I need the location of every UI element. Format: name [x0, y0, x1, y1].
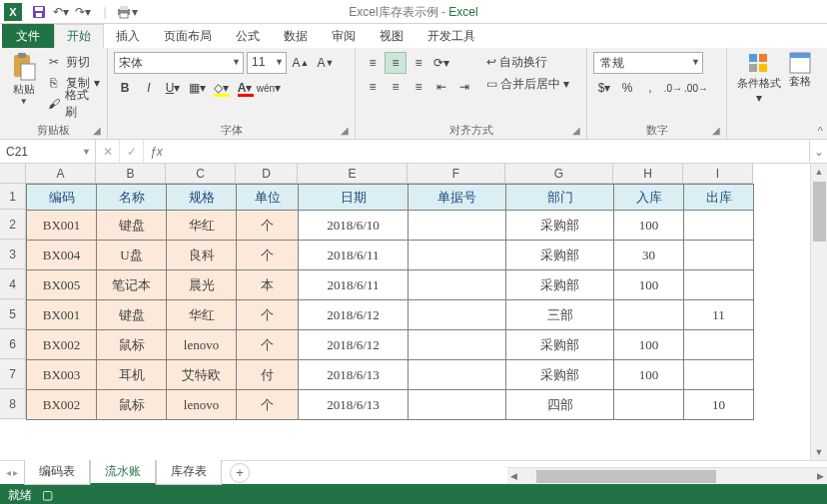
paste-button[interactable]: 粘贴 ▼ — [6, 52, 42, 106]
header-cell[interactable]: 单位 — [237, 185, 299, 211]
sheet-tab-编码表[interactable]: 编码表 — [24, 460, 90, 485]
header-cell[interactable]: 单据号 — [409, 185, 506, 211]
cell[interactable]: 2018/6/13 — [299, 390, 409, 420]
increase-decimal-button[interactable]: .0→ — [662, 77, 684, 99]
cell[interactable] — [409, 330, 506, 360]
cell[interactable]: BX005 — [27, 270, 97, 300]
cell[interactable]: 付 — [237, 360, 299, 390]
cell[interactable]: 2018/6/11 — [299, 241, 409, 270]
italic-button[interactable]: I — [138, 77, 160, 99]
cell[interactable]: 2018/6/12 — [299, 300, 409, 330]
cell[interactable]: 2018/6/13 — [299, 360, 409, 390]
cell[interactable]: 良科 — [167, 241, 237, 270]
increase-font-button[interactable]: A▲ — [290, 52, 312, 74]
cell[interactable] — [409, 390, 506, 420]
row-header-4[interactable]: 4 — [0, 269, 26, 299]
cell[interactable] — [684, 211, 754, 241]
cell[interactable] — [409, 241, 506, 270]
cell[interactable]: 本 — [237, 270, 299, 300]
cell[interactable]: 个 — [237, 330, 299, 360]
new-sheet-button[interactable]: + — [230, 463, 250, 483]
row-header-8[interactable]: 8 — [0, 389, 26, 419]
cell[interactable] — [409, 211, 506, 241]
cell[interactable]: 晨光 — [167, 270, 237, 300]
row-header-2[interactable]: 2 — [0, 210, 26, 240]
cell[interactable]: 四部 — [506, 390, 614, 420]
cell[interactable]: 华红 — [167, 300, 237, 330]
font-color-button[interactable]: A▾ — [234, 77, 256, 99]
cell[interactable]: lenovo — [167, 390, 237, 420]
cell[interactable]: 30 — [614, 241, 684, 270]
cell[interactable]: 11 — [684, 300, 754, 330]
border-button[interactable]: ▦▾ — [186, 77, 208, 99]
hscroll-thumb[interactable] — [536, 470, 716, 483]
cell[interactable]: 采购部 — [506, 211, 614, 241]
align-bottom-button[interactable]: ≡ — [408, 52, 429, 74]
tab-插入[interactable]: 插入 — [104, 24, 152, 48]
tab-视图[interactable]: 视图 — [368, 24, 415, 48]
col-header-A[interactable]: A — [26, 164, 96, 184]
cell[interactable]: 个 — [237, 390, 299, 420]
enter-formula-button[interactable]: ✓ — [120, 140, 144, 163]
tab-页面布局[interactable]: 页面布局 — [152, 24, 224, 48]
accounting-format-button[interactable]: $▾ — [593, 77, 615, 99]
cell[interactable]: BX002 — [27, 390, 97, 420]
row-header-7[interactable]: 7 — [0, 359, 26, 389]
cell[interactable]: 100 — [614, 330, 684, 360]
cell[interactable]: 华红 — [167, 211, 237, 241]
header-cell[interactable]: 名称 — [97, 185, 167, 211]
cell[interactable]: U盘 — [97, 241, 167, 270]
clipboard-launcher[interactable]: ◢ — [93, 125, 105, 137]
cell[interactable] — [684, 270, 754, 300]
cell[interactable]: BX003 — [27, 360, 97, 390]
cell[interactable] — [684, 241, 754, 270]
col-header-H[interactable]: H — [613, 164, 683, 184]
phonetic-button[interactable]: wén▾ — [258, 77, 280, 99]
save-button[interactable] — [28, 2, 50, 22]
cell[interactable]: 三部 — [506, 300, 614, 330]
tab-审阅[interactable]: 审阅 — [320, 24, 368, 48]
formula-bar-expand[interactable]: ⌄ — [809, 140, 827, 163]
cell[interactable]: 采购部 — [506, 270, 614, 300]
cell[interactable]: 个 — [237, 300, 299, 330]
cell[interactable]: BX004 — [27, 241, 97, 270]
tab-开始[interactable]: 开始 — [54, 24, 104, 48]
col-header-I[interactable]: I — [683, 164, 753, 184]
cell[interactable]: 采购部 — [506, 330, 614, 360]
cell[interactable]: 100 — [614, 211, 684, 241]
cells-area[interactable]: 编码名称规格单位日期单据号部门入库出库BX001键盘华红个2018/6/10采购… — [26, 184, 754, 420]
macro-record-icon[interactable]: ▢ — [42, 488, 53, 502]
cell[interactable]: 10 — [684, 390, 754, 420]
cell[interactable]: 键盘 — [97, 211, 167, 241]
col-header-C[interactable]: C — [166, 164, 236, 184]
cell[interactable]: 2018/6/11 — [299, 270, 409, 300]
scroll-thumb[interactable] — [813, 182, 826, 242]
row-header-1[interactable]: 1 — [0, 184, 26, 210]
number-launcher[interactable]: ◢ — [712, 125, 724, 137]
row-header-5[interactable]: 5 — [0, 299, 26, 329]
cell[interactable]: 耳机 — [97, 360, 167, 390]
header-cell[interactable]: 入库 — [614, 185, 684, 211]
orientation-button[interactable]: ⟳▾ — [430, 52, 452, 74]
header-cell[interactable]: 编码 — [27, 185, 97, 211]
cell[interactable]: 键盘 — [97, 300, 167, 330]
cell[interactable] — [614, 390, 684, 420]
cell[interactable] — [684, 330, 754, 360]
decrease-font-button[interactable]: A▼ — [315, 52, 337, 74]
cell[interactable]: BX002 — [27, 330, 97, 360]
quick-print-button[interactable]: ▾ — [116, 2, 138, 22]
cell[interactable] — [409, 360, 506, 390]
number-format-combo[interactable]: 常规▼ — [593, 52, 703, 74]
font-size-combo[interactable]: 11▼ — [247, 52, 287, 74]
col-header-D[interactable]: D — [236, 164, 298, 184]
header-cell[interactable]: 日期 — [299, 185, 409, 211]
redo-button[interactable]: ↷▾ — [72, 2, 94, 22]
font-name-combo[interactable]: 宋体▼ — [114, 52, 244, 74]
col-header-G[interactable]: G — [505, 164, 613, 184]
tab-数据[interactable]: 数据 — [272, 24, 320, 48]
header-cell[interactable]: 部门 — [506, 185, 614, 211]
cell[interactable]: 采购部 — [506, 241, 614, 270]
col-header-E[interactable]: E — [298, 164, 408, 184]
vertical-scrollbar[interactable]: ▲ ▼ — [810, 164, 827, 460]
tab-开发工具[interactable]: 开发工具 — [415, 24, 487, 48]
